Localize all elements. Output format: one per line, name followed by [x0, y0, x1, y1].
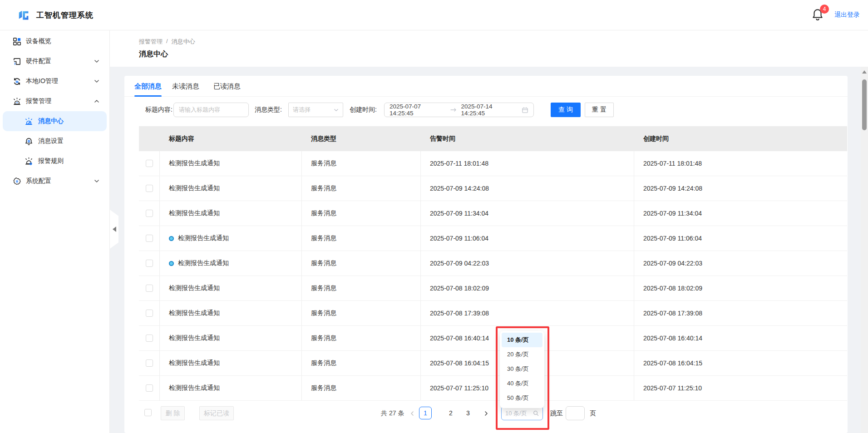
- notification-bell-icon[interactable]: 4: [812, 8, 827, 24]
- mark-read-button[interactable]: 标记已读: [199, 406, 234, 420]
- sidebar-item-alarm-rules[interactable]: 报警规则: [0, 151, 109, 171]
- message-title[interactable]: 检测报告生成通知: [169, 209, 220, 217]
- prev-page-icon[interactable]: [407, 408, 418, 419]
- message-title[interactable]: 检测报告生成通知: [169, 334, 220, 342]
- device-overview-icon: [12, 37, 21, 46]
- table-row: 检测报告生成通知 服务消息 2025-07-09 11:06:04 2025-0…: [139, 226, 847, 251]
- message-title[interactable]: 检测报告生成通知: [169, 359, 220, 367]
- sidebar-item-system-config[interactable]: 系统配置: [0, 171, 109, 191]
- tab-all-messages[interactable]: 全部消息: [134, 76, 162, 97]
- message-title[interactable]: 检测报告生成通知: [178, 234, 229, 242]
- select-chevron-icon: [334, 108, 339, 113]
- row-checkbox[interactable]: [146, 210, 153, 217]
- page-unit-label: 页: [590, 409, 596, 418]
- page-size-option-40[interactable]: 40 条/页: [502, 376, 542, 391]
- reset-button[interactable]: 重 置: [585, 103, 614, 117]
- collapse-arrow-icon: [113, 226, 116, 232]
- page-button-3[interactable]: 3: [462, 407, 474, 419]
- create-time: 2025-07-08 17:39:08: [643, 310, 702, 317]
- delete-button[interactable]: 删 除: [161, 406, 185, 420]
- page-size-option-30[interactable]: 30 条/页: [502, 362, 542, 376]
- tab-read-messages[interactable]: 已读消息: [213, 76, 241, 97]
- page-size-option-50[interactable]: 50 条/页: [502, 391, 542, 405]
- breadcrumb-band: 报警管理 / 消息中心 消息中心: [110, 30, 868, 67]
- chevron-down-icon: [94, 59, 99, 64]
- time-range-picker[interactable]: 2025-07-07 14:25:45 2025-07-14 14:25:45: [384, 103, 534, 117]
- page-size-value: 10 条/页: [505, 409, 527, 418]
- chevron-up-icon: [94, 98, 99, 104]
- unread-indicator-icon: [169, 261, 174, 266]
- row-checkbox[interactable]: [146, 235, 153, 242]
- row-checkbox[interactable]: [146, 384, 153, 392]
- table-header-row: 标题内容 消息类型 告警时间 创建时间: [139, 126, 847, 151]
- sidebar-item-label: 设备概览: [26, 37, 51, 45]
- message-title[interactable]: 检测报告生成通知: [169, 384, 220, 392]
- table-row: 检测报告生成通知 服务消息 2025-07-08 16:04:15 2025-0…: [139, 351, 847, 376]
- message-title[interactable]: 检测报告生成通知: [169, 309, 220, 317]
- sidebar-item-alarm-management[interactable]: 报警管理: [0, 91, 109, 111]
- column-header-type: 消息类型: [302, 126, 421, 151]
- create-time: 2025-07-09 11:06:04: [643, 235, 702, 242]
- scrollbar-thumb[interactable]: [862, 79, 867, 130]
- logout-link[interactable]: 退出登录: [834, 11, 860, 19]
- filter-bar: 标题内容: 请输入标题内容 消息类型: 请选择 创建时间: 2025-07-07…: [124, 103, 848, 117]
- sidebar: 设备概览 硬件配置 本地I: [0, 30, 110, 433]
- search-button[interactable]: 查 询: [551, 103, 581, 117]
- page-button-1[interactable]: 1: [419, 407, 432, 419]
- message-center-icon: [24, 117, 33, 126]
- alarm-time: 2025-07-08 18:02:09: [430, 285, 489, 292]
- page-size-select[interactable]: 10 条/页: [501, 406, 543, 420]
- total-count: 共 27 条: [381, 409, 404, 418]
- page-button-2[interactable]: 2: [444, 407, 457, 419]
- message-tabs: 全部消息 未读消息 已读消息: [124, 76, 848, 97]
- alarm-management-icon: [12, 97, 21, 106]
- page-size-option-20[interactable]: 20 条/页: [502, 347, 542, 362]
- system-config-icon: [12, 177, 21, 186]
- row-checkbox[interactable]: [146, 260, 153, 267]
- create-time: 2025-07-07 11:25:10: [643, 384, 702, 392]
- alarm-time: 2025-07-08 16:40:14: [430, 335, 489, 342]
- sidebar-item-hardware-config[interactable]: 硬件配置: [0, 51, 109, 71]
- tab-unread-messages[interactable]: 未读消息: [172, 76, 199, 97]
- sidebar-item-message-settings[interactable]: 消息设置: [0, 131, 109, 151]
- row-checkbox[interactable]: [146, 359, 153, 367]
- select-all-checkbox[interactable]: [144, 409, 152, 416]
- alarm-time: 2025-07-08 16:04:15: [430, 359, 489, 367]
- message-type: 服务消息: [311, 384, 336, 392]
- breadcrumb-parent[interactable]: 报警管理: [139, 38, 163, 46]
- page-size-option-10[interactable]: 10 条/页: [502, 333, 542, 347]
- column-header-create-time: 创建时间: [634, 126, 847, 151]
- sidebar-item-message-center[interactable]: 消息中心: [3, 111, 107, 131]
- scrollbar-up-arrow-icon[interactable]: [862, 70, 867, 74]
- row-checkbox[interactable]: [146, 185, 153, 192]
- brand: 工智机管理系统: [17, 0, 94, 30]
- row-checkbox[interactable]: [146, 160, 153, 167]
- type-filter-select[interactable]: 请选择: [288, 103, 343, 117]
- sidebar-item-local-io[interactable]: 本地IO管理: [0, 71, 109, 91]
- alarm-time: 2025-07-09 11:06:04: [430, 235, 488, 242]
- header-checkbox-cell: [139, 126, 160, 151]
- row-checkbox[interactable]: [146, 335, 153, 342]
- next-page-icon[interactable]: [481, 408, 492, 419]
- page-size-dropdown: 10 条/页 20 条/页 30 条/页 40 条/页 50 条/页: [500, 331, 544, 408]
- sidebar-collapse-handle[interactable]: [110, 210, 118, 249]
- page-title: 消息中心: [139, 49, 168, 59]
- alarm-time: 2025-07-09 04:22:03: [430, 260, 489, 267]
- calendar-icon: [522, 107, 528, 113]
- row-checkbox[interactable]: [146, 285, 153, 292]
- app-logo-icon: [17, 9, 31, 22]
- breadcrumb: 报警管理 / 消息中心: [139, 38, 195, 46]
- message-settings-icon: [24, 137, 33, 146]
- message-title[interactable]: 检测报告生成通知: [169, 184, 220, 192]
- message-title[interactable]: 检测报告生成通知: [169, 284, 220, 292]
- vertical-scrollbar[interactable]: [861, 67, 868, 433]
- create-time: 2025-07-09 14:24:08: [643, 185, 702, 192]
- title-filter-input[interactable]: 请输入标题内容: [173, 103, 249, 117]
- search-icon: [533, 410, 539, 416]
- message-title[interactable]: 检测报告生成通知: [178, 259, 229, 267]
- chevron-down-icon: [94, 79, 99, 84]
- jump-page-input[interactable]: [566, 406, 585, 420]
- row-checkbox[interactable]: [146, 310, 153, 317]
- sidebar-item-device-overview[interactable]: 设备概览: [0, 31, 109, 51]
- message-title[interactable]: 检测报告生成通知: [169, 159, 220, 167]
